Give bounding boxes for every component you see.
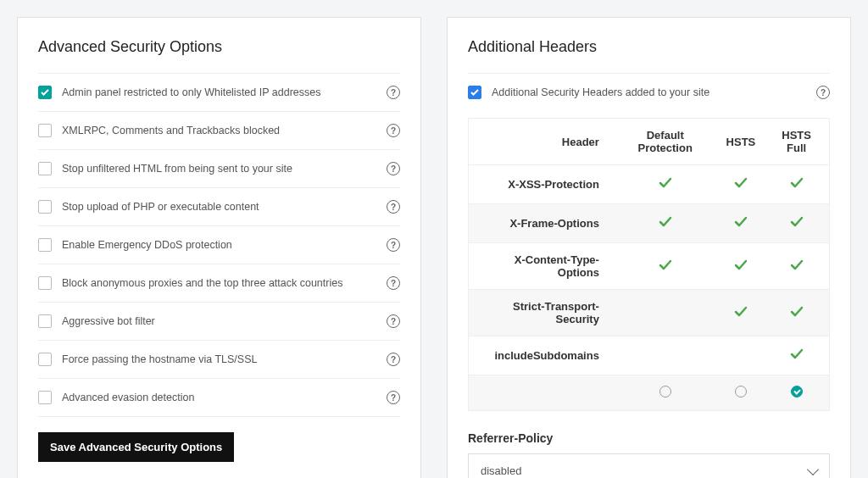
check-icon	[789, 258, 804, 273]
table-cell	[613, 336, 718, 375]
help-icon[interactable]: ?	[387, 353, 400, 366]
table-cell	[764, 165, 829, 204]
check-icon	[789, 214, 804, 230]
check-icon	[733, 214, 748, 230]
row-header: X-Frame-Options	[469, 204, 613, 243]
check-icon	[658, 214, 673, 230]
chevron-down-icon	[807, 463, 819, 475]
row-header: includeSubdomains	[469, 336, 613, 375]
table-cell	[718, 336, 765, 375]
protection-level-radio[interactable]	[791, 386, 803, 397]
security-option-row: Block anonymous proxies and the top thre…	[38, 264, 400, 302]
security-option-row: Stop unfiltered HTML from being sent to …	[38, 149, 400, 187]
option-label: Advanced evasion detection	[62, 392, 376, 403]
option-label: XMLRPC, Comments and Trackbacks blocked	[62, 125, 376, 136]
option-checkbox[interactable]	[38, 276, 52, 290]
option-checkbox[interactable]	[38, 391, 52, 404]
help-icon[interactable]: ?	[387, 391, 400, 404]
help-icon[interactable]: ?	[387, 314, 400, 328]
table-radio-row	[469, 375, 830, 411]
table-cell	[764, 375, 829, 411]
check-icon	[789, 347, 804, 362]
col-header: HSTS	[718, 119, 765, 165]
row-header: Strict-Transport-Security	[469, 290, 613, 336]
check-icon	[733, 175, 748, 191]
table-row: includeSubdomains	[469, 336, 830, 375]
option-label: Stop upload of PHP or executable content	[62, 201, 376, 213]
panel-title: Advanced Security Options	[38, 38, 400, 56]
option-checkbox[interactable]	[38, 200, 52, 214]
table-cell	[613, 243, 718, 290]
option-checkbox[interactable]	[38, 314, 52, 328]
security-option-row: Advanced evasion detection?	[38, 378, 400, 417]
option-label: Enable Emergency DDoS protection	[62, 239, 376, 251]
enable-headers-checkbox[interactable]	[468, 86, 481, 99]
option-checkbox[interactable]	[38, 86, 52, 99]
security-option-row: Enable Emergency DDoS protection?	[38, 225, 400, 264]
table-row: X-XSS-Protection	[469, 165, 830, 204]
table-cell	[764, 290, 829, 336]
option-label: Block anonymous proxies and the top thre…	[62, 277, 376, 289]
check-icon	[733, 258, 748, 273]
table-cell	[718, 243, 765, 290]
table-cell	[718, 290, 765, 336]
option-label: Admin panel restricted to only Whitelist…	[62, 86, 376, 98]
table-cell	[718, 204, 765, 243]
check-icon	[789, 175, 804, 191]
referrer-policy-label: Referrer-Policy	[468, 431, 830, 445]
check-icon	[658, 175, 673, 191]
check-icon	[789, 304, 804, 320]
table-cell	[718, 375, 765, 411]
help-icon[interactable]: ?	[816, 86, 830, 99]
save-advanced-button[interactable]: Save Advanced Security Options	[38, 432, 234, 462]
check-icon	[733, 304, 748, 320]
table-cell	[764, 243, 829, 290]
security-option-row: Force passing the hostname via TLS/SSL?	[38, 340, 400, 378]
protection-level-radio[interactable]	[735, 386, 747, 397]
table-cell	[469, 375, 613, 411]
table-cell	[718, 165, 765, 204]
protection-level-radio[interactable]	[659, 386, 671, 397]
help-icon[interactable]: ?	[387, 124, 400, 137]
option-checkbox[interactable]	[38, 353, 52, 366]
table-cell	[764, 204, 829, 243]
headers-table: Header Default Protection HSTS HSTS Full…	[468, 118, 830, 411]
enable-headers-label: Additional Security Headers added to you…	[492, 86, 806, 98]
security-option-row: XMLRPC, Comments and Trackbacks blocked?	[38, 111, 400, 149]
security-option-row: Stop upload of PHP or executable content…	[38, 187, 400, 225]
row-header: X-XSS-Protection	[469, 165, 613, 204]
referrer-policy-select[interactable]: disabled	[468, 453, 830, 478]
option-label: Stop unfiltered HTML from being sent to …	[62, 163, 376, 175]
table-cell	[613, 290, 718, 336]
row-header: X-Content-Type-Options	[469, 243, 613, 290]
col-header: Header	[469, 119, 613, 165]
table-row: Strict-Transport-Security	[469, 290, 830, 336]
help-icon[interactable]: ?	[387, 200, 400, 214]
option-checkbox[interactable]	[38, 238, 52, 252]
additional-headers-panel: Additional Headers Additional Security H…	[447, 17, 851, 478]
table-row: X-Frame-Options	[469, 204, 830, 243]
help-icon[interactable]: ?	[387, 276, 400, 290]
option-checkbox[interactable]	[38, 162, 52, 175]
help-icon[interactable]: ?	[387, 86, 400, 99]
check-icon	[658, 258, 673, 273]
col-header: HSTS Full	[764, 119, 829, 165]
advanced-security-panel: Advanced Security Options Admin panel re…	[17, 17, 421, 478]
table-cell	[613, 204, 718, 243]
select-value: disabled	[481, 464, 521, 477]
table-row: X-Content-Type-Options	[469, 243, 830, 290]
col-header: Default Protection	[613, 119, 718, 165]
option-checkbox[interactable]	[38, 124, 52, 137]
table-cell	[613, 375, 718, 411]
table-cell	[764, 336, 829, 375]
help-icon[interactable]: ?	[387, 162, 400, 175]
table-cell	[613, 165, 718, 204]
option-label: Aggressive bot filter	[62, 315, 376, 327]
help-icon[interactable]: ?	[387, 238, 400, 252]
security-option-row: Aggressive bot filter?	[38, 302, 400, 340]
panel-title: Additional Headers	[468, 38, 830, 56]
security-option-row: Admin panel restricted to only Whitelist…	[38, 73, 400, 111]
option-label: Force passing the hostname via TLS/SSL	[62, 353, 376, 365]
